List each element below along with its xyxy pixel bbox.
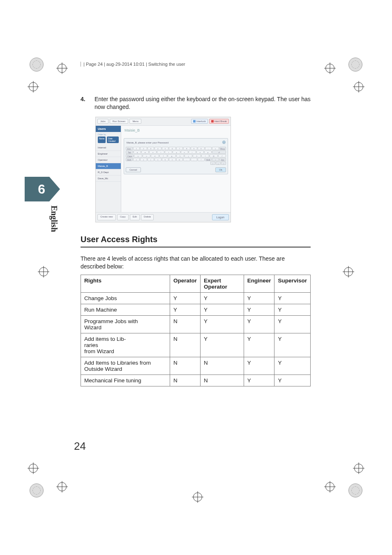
key[interactable]: g <box>168 154 175 157</box>
delete-button[interactable]: Delete <box>141 214 154 220</box>
cancel-button[interactable]: Cancel <box>126 167 141 172</box>
key-enter[interactable]: ⏎ <box>212 150 226 154</box>
key[interactable]: t <box>165 150 172 154</box>
step-text: Enter the password using either the keyb… <box>95 95 311 111</box>
key[interactable]: 7 <box>176 147 183 150</box>
key[interactable]: z <box>133 158 140 161</box>
key[interactable]: y <box>173 150 180 154</box>
chip-date[interactable]: Date Created <box>107 136 119 143</box>
key[interactable]: b <box>162 158 169 161</box>
copy-button[interactable]: Copy <box>117 214 129 220</box>
key-left[interactable]: ← <box>210 162 215 165</box>
tab-jobs[interactable]: Jobs <box>97 119 108 124</box>
rights-cell: Add items to Lib- raries from Wizard <box>81 333 170 357</box>
crop-circle <box>30 483 44 497</box>
key[interactable]: - <box>205 147 212 150</box>
key-right[interactable]: → <box>221 162 226 165</box>
user-item-selected[interactable]: Maisie_B <box>96 163 121 169</box>
key[interactable]: @ <box>210 154 217 157</box>
key[interactable]: m <box>176 158 183 161</box>
value-cell: N <box>170 315 201 333</box>
registration-mark <box>354 82 363 91</box>
crop-circle <box>348 58 362 72</box>
key-bksp[interactable]: Bksp <box>219 147 226 150</box>
embedded-screenshot: Jobs Run Screen Menu Interlock Hard Brea… <box>95 117 231 222</box>
key-esc[interactable]: Esc <box>126 147 133 150</box>
table-row: Add Items to Libraries from Outside Wiza… <box>81 357 311 375</box>
key[interactable]: p <box>204 150 212 154</box>
value-cell: Y <box>244 357 274 375</box>
key[interactable]: x <box>140 158 147 161</box>
value-cell: Y <box>274 357 311 375</box>
th-engineer: Engineer <box>244 275 274 292</box>
key[interactable]: c <box>148 158 154 161</box>
key[interactable]: s <box>143 154 150 157</box>
key[interactable]: l <box>201 154 209 157</box>
key[interactable]: v <box>154 158 161 161</box>
th-rights: Rights <box>81 275 170 292</box>
access-rights-table: Rights Operator Expert Operator Engineer… <box>81 275 311 386</box>
key[interactable]: 5 <box>162 147 169 150</box>
key[interactable]: e <box>149 150 157 154</box>
create-new-button[interactable]: Create new <box>97 214 116 220</box>
value-cell: Y <box>170 304 201 315</box>
key[interactable]: # <box>218 154 226 157</box>
value-cell: Y <box>274 333 311 357</box>
key[interactable]: n <box>169 158 176 161</box>
key[interactable]: 4 <box>154 147 161 150</box>
user-item[interactable]: Operator <box>96 157 121 163</box>
key[interactable]: 3 <box>148 147 154 150</box>
key-caps[interactable]: Caps <box>126 154 134 157</box>
crop-circle <box>348 483 362 497</box>
help-icon[interactable]: ? <box>222 141 226 144</box>
tab-menu[interactable]: Menu <box>129 119 141 124</box>
key[interactable]: q <box>134 150 141 154</box>
key[interactable]: d <box>151 154 159 157</box>
key[interactable]: f <box>159 154 167 157</box>
key[interactable]: u <box>181 150 188 154</box>
user-item[interactable]: Dave_Mc <box>96 176 121 182</box>
key[interactable]: 1 <box>133 147 140 150</box>
hard-break-indicator: Hard Break <box>209 119 229 124</box>
key[interactable]: 6 <box>169 147 176 150</box>
th-supervisor: Supervisor <box>274 275 311 292</box>
value-cell: Y <box>201 333 244 357</box>
key-tab[interactable]: Tab <box>126 150 133 154</box>
password-modal: ? Maisie_B, please enter your Password E… <box>124 138 228 174</box>
key[interactable]: / <box>198 158 205 161</box>
key-down[interactable]: ↓ <box>216 162 221 165</box>
key[interactable]: 8 <box>183 147 190 150</box>
key[interactable]: r <box>157 150 164 154</box>
key-shift[interactable]: Shift <box>205 158 212 161</box>
key[interactable]: i <box>189 150 196 154</box>
user-item[interactable]: R_D Dept <box>96 169 121 176</box>
table-row: Programme Jobs with WizardNYYY <box>81 315 311 333</box>
ss-topbar: Jobs Run Screen Menu Interlock Hard Brea… <box>96 117 231 126</box>
key[interactable]: 0 <box>198 147 205 150</box>
key[interactable]: a <box>134 154 142 157</box>
key-shift[interactable]: Shift <box>126 158 133 161</box>
ok-button[interactable]: Ok <box>215 167 226 172</box>
value-cell: Y <box>274 315 311 333</box>
key[interactable]: 9 <box>191 147 198 150</box>
key[interactable]: w <box>141 150 149 154</box>
user-item[interactable]: Engineer <box>96 151 121 157</box>
user-item[interactable]: Internal <box>96 145 121 151</box>
rights-cell: Run Machine <box>81 304 170 315</box>
logon-button[interactable]: Logon <box>212 214 229 220</box>
key[interactable]: 2 <box>140 147 147 150</box>
key[interactable]: j <box>184 154 192 157</box>
key-up[interactable]: ↑ <box>212 158 219 161</box>
value-cell: N <box>170 375 201 386</box>
key-del[interactable]: Del <box>219 158 226 161</box>
edit-button[interactable]: Edit <box>130 214 140 220</box>
key[interactable]: o <box>196 150 204 154</box>
sidebar-title: Users <box>96 126 121 132</box>
key[interactable]: k <box>193 154 201 157</box>
key[interactable]: , <box>183 158 190 161</box>
key[interactable]: h <box>176 154 184 157</box>
chip-name[interactable]: Name <box>98 136 106 143</box>
key[interactable]: = <box>212 147 219 150</box>
key[interactable]: . <box>191 158 198 161</box>
tab-run-screen[interactable]: Run Screen <box>110 119 129 124</box>
